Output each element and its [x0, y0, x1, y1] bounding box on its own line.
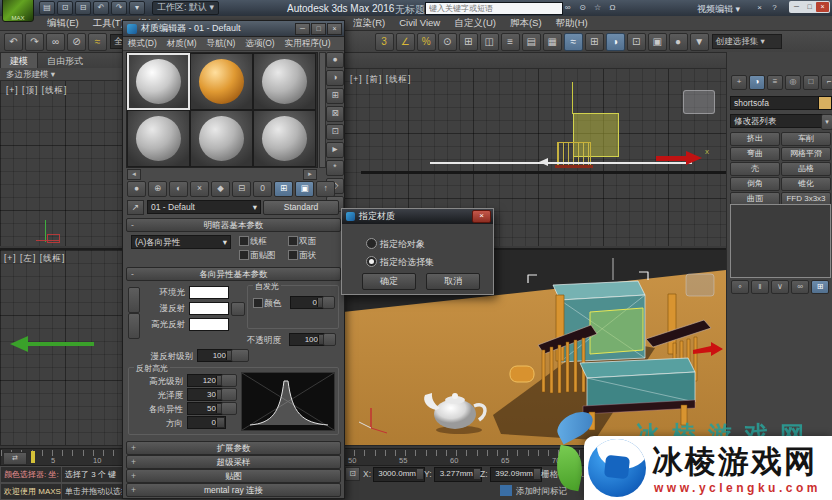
schematic-view-icon[interactable]: ⊞ [585, 33, 604, 51]
redo-icon[interactable]: ↷ [25, 33, 44, 51]
percent-snap-icon[interactable]: % [417, 33, 436, 51]
help-icon[interactable]: ? [768, 2, 781, 13]
assign-to-object-radio[interactable] [366, 238, 377, 249]
ok-button[interactable]: 确定 [362, 273, 416, 290]
object-color-swatch[interactable] [818, 96, 832, 110]
modify-tab-icon[interactable]: ◑ [749, 75, 765, 90]
diffuse-level-map-button[interactable] [231, 349, 249, 362]
make-preview-icon[interactable]: ► [326, 142, 344, 158]
menu-item[interactable]: 脚本(S) [503, 16, 549, 31]
menu-item[interactable]: 模式(D) [123, 37, 162, 50]
render-production-icon[interactable]: ● [669, 33, 688, 51]
assign-to-selection-icon[interactable]: ◐ [169, 181, 188, 197]
edit-named-selections-icon[interactable]: ⊞ [459, 33, 478, 51]
y-axis-gizmo-arrow[interactable] [10, 336, 28, 352]
material-type-button[interactable]: Standard [263, 200, 339, 215]
get-material-icon[interactable]: ● [127, 181, 146, 197]
two-sided-checkbox[interactable] [288, 236, 298, 246]
named-selection-sets-dropdown[interactable]: 创建选择集 ▾ [712, 34, 782, 49]
modifier-button[interactable]: 锥化 [781, 177, 831, 191]
rendered-frame-icon[interactable]: ▣ [648, 33, 667, 51]
graphite-ribbon-icon[interactable]: ▦ [543, 33, 562, 51]
menu-item[interactable]: 编辑(E) [40, 16, 86, 31]
sign-in-icon[interactable]: Ω [606, 2, 619, 13]
glossiness-map-button[interactable] [221, 388, 237, 401]
collapsed-rollout[interactable]: +扩展参数 [126, 441, 341, 455]
undo-icon[interactable]: ↶ [4, 33, 23, 51]
menu-item[interactable]: 帮助(H) [549, 16, 595, 31]
viewport-left-label[interactable]: [+] [左] [线框] [4, 253, 65, 265]
minimize-button[interactable]: ─ [790, 2, 803, 12]
modifier-button[interactable]: 倒角 [730, 177, 780, 191]
wireframe-checkbox[interactable] [239, 236, 249, 246]
viewcube[interactable] [686, 274, 714, 296]
assign-to-selection-radio[interactable] [366, 256, 377, 267]
select-and-link-icon[interactable]: ∞ [46, 33, 65, 51]
menu-item[interactable]: 材质(M) [162, 37, 202, 50]
y-axis-gizmo-shaft[interactable] [28, 342, 94, 346]
ribbon-panel-polygon-modeling[interactable]: 多边形建模 ▾ [0, 68, 128, 81]
material-slot-gray[interactable] [127, 110, 190, 167]
pick-material-icon[interactable]: ↗ [127, 200, 144, 215]
background-icon[interactable]: ⊞ [326, 88, 344, 104]
menu-item[interactable]: 实用程序(U) [280, 37, 336, 50]
scroll-right-icon[interactable]: ► [303, 169, 317, 180]
utilities-tab-icon[interactable]: ⌐ [821, 75, 832, 90]
show-end-result-icon[interactable]: ▣ [295, 181, 314, 197]
specular-color-swatch[interactable] [189, 318, 229, 331]
go-to-parent-icon[interactable]: ↑ [316, 181, 335, 197]
faceted-checkbox[interactable] [288, 250, 298, 260]
menu-item[interactable]: 自定义(U) [447, 16, 503, 31]
viewport-top[interactable]: [+] [顶] [线框] [0, 80, 124, 246]
maximize-button[interactable]: □ [803, 2, 816, 12]
hierarchy-tab-icon[interactable]: ≡ [767, 75, 783, 90]
anisotropy-map-button[interactable] [221, 402, 237, 415]
diffuse-color-swatch[interactable] [189, 302, 229, 315]
motion-tab-icon[interactable]: ◎ [785, 75, 801, 90]
dialog-titlebar[interactable]: 指定材质 × [342, 209, 493, 224]
opacity-map-button[interactable] [323, 333, 336, 346]
sample-scrollbar[interactable] [319, 52, 326, 168]
reset-map-icon[interactable]: × [190, 181, 209, 197]
key-mode-icon[interactable]: ⇄ [3, 452, 27, 465]
put-to-library-icon[interactable]: ⊟ [232, 181, 251, 197]
shader-type-dropdown[interactable]: (A)各向异性▾ [131, 235, 231, 249]
material-slot-gray[interactable] [253, 53, 316, 110]
redo-icon[interactable]: ↷ [111, 1, 127, 15]
modifier-list-dropdown[interactable]: 修改器列表 [730, 114, 828, 128]
material-slot-gray[interactable] [190, 110, 253, 167]
collapsed-rollout[interactable]: +超级采样 [126, 455, 341, 469]
material-slot-white[interactable] [127, 53, 190, 110]
make-unique-icon[interactable]: ∞ [791, 280, 809, 294]
render-flyout-icon[interactable]: ▼ [690, 33, 709, 51]
workspace-dropdown[interactable]: 工作区: 默认 ▾ [152, 1, 219, 15]
modifier-stack-list[interactable] [730, 204, 831, 278]
favorites-star-icon[interactable]: ☆ [591, 2, 604, 13]
viewport-front-label[interactable]: [+] [前] [线框] [350, 74, 411, 86]
material-editor-titlebar[interactable]: 材质编辑器 - 01 - Default ─□× [123, 21, 344, 37]
show-end-result-icon[interactable]: ∨ [771, 280, 789, 294]
x-axis-gizmo-arrow[interactable] [686, 151, 702, 165]
open-file-icon[interactable]: ⊡ [57, 1, 73, 15]
maxscript-listener-line2[interactable]: 欢迎使用 MAXSc [0, 483, 68, 500]
make-unique-icon[interactable]: ◆ [211, 181, 230, 197]
rollout-anisotropic-basic[interactable]: -各向异性基本参数 [126, 267, 341, 281]
mat-close-button[interactable]: × [327, 23, 342, 35]
spinner-snap-icon[interactable]: ⊙ [438, 33, 457, 51]
bind-to-spacewarp-icon[interactable]: ≈ [88, 33, 107, 51]
snap-toggle-icon[interactable]: 3 [375, 33, 394, 51]
exchange-apps-icon[interactable]: ⊙ [576, 2, 589, 13]
options-icon[interactable]: * [326, 160, 344, 176]
curve-editor-icon[interactable]: ≈ [564, 33, 583, 51]
material-id-icon[interactable]: 0 [253, 181, 272, 197]
menu-item[interactable]: 选项(O) [240, 37, 279, 50]
undo-icon[interactable]: ↶ [93, 1, 109, 15]
modifier-button[interactable]: 车削 [781, 132, 831, 146]
create-tab-icon[interactable]: + [731, 75, 747, 90]
modifier-button[interactable]: 挤出 [730, 132, 780, 146]
material-slot-orange[interactable] [190, 53, 253, 110]
unlink-selection-icon[interactable]: ⊘ [67, 33, 86, 51]
track-bar[interactable]: ⇄ 5 10 [0, 448, 123, 466]
viewcube[interactable] [683, 90, 715, 114]
align-icon[interactable]: ≡ [501, 33, 520, 51]
